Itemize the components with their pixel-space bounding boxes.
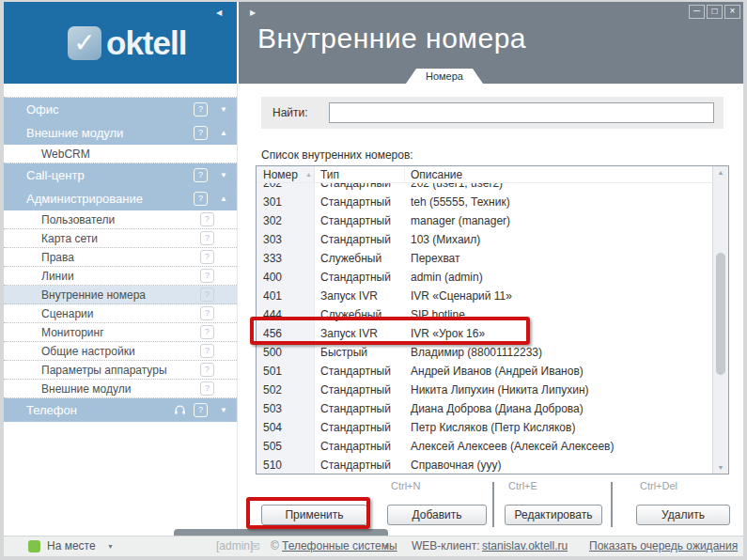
maximize-button[interactable]: □ (707, 5, 723, 19)
sidebar-item-label: Права (41, 251, 200, 264)
help-icon[interactable]: ? (200, 250, 214, 264)
help-icon[interactable]: ? (200, 288, 214, 302)
table-row[interactable]: 444 Служебный SIP hotline (257, 305, 712, 324)
oktell-logo: ✓ oktell (68, 26, 186, 60)
cell-type: Стандартный (315, 456, 405, 474)
help-icon[interactable]: ? (200, 306, 214, 320)
add-button[interactable]: Добавить (387, 505, 487, 525)
help-icon[interactable]: ? (200, 269, 214, 283)
help-icon[interactable]: ? (200, 381, 214, 396)
help-icon[interactable]: ? (200, 325, 214, 339)
table-row[interactable]: 510 Стандартный Справочная (ууу) (257, 456, 712, 474)
sidebar-item-label: Параметры аппаратуры (41, 364, 200, 377)
cell-type: Стандартный (315, 211, 405, 230)
table-row[interactable]: 333 Служебный Перехват (257, 249, 712, 268)
chevron-down-icon[interactable]: ▼ (107, 537, 114, 556)
cell-type: Стандартный (315, 268, 405, 287)
apply-button[interactable]: Применить (261, 505, 367, 525)
table-row[interactable]: 504 Стандартный Петр Кисляков (Петр Кисл… (257, 418, 712, 437)
sidebar: Офис ? ▼ Внешние модули ? ▲ WebCRM Call-… (4, 84, 237, 422)
oktell-logo-text: oktell (106, 26, 186, 60)
cell-description: 103 (Михаил) (405, 230, 712, 249)
help-icon[interactable]: ? (194, 403, 208, 417)
help-icon[interactable]: ? (200, 231, 214, 245)
help-icon[interactable]: ? (194, 192, 208, 206)
table-row[interactable]: 301 Стандартный teh (55555, Техник) (257, 193, 712, 211)
scrollbar-thumb[interactable] (716, 253, 725, 375)
window-controls: ─ □ × (689, 5, 740, 19)
collapse-panel-icon[interactable]: ◀ (216, 8, 222, 17)
tab-numbers[interactable]: Номера (406, 69, 483, 84)
cell-description: IVR «Урок 16» (405, 324, 712, 343)
search-input[interactable] (329, 102, 714, 123)
cell-number: 333 (257, 249, 315, 268)
chevron-down-icon: ▼ (216, 406, 227, 414)
window-frame (0, 0, 4, 560)
cell-number: 202 (257, 183, 315, 193)
help-icon[interactable]: ? (194, 168, 208, 182)
help-icon[interactable]: ? (200, 363, 214, 377)
sidebar-item-webcrm[interactable]: WebCRM (4, 145, 237, 163)
sidebar-item-administration[interactable]: Администрирование ? ▲ (4, 187, 237, 210)
table-row[interactable]: 202 Стандартный 202 (user1, user2) (257, 183, 712, 193)
help-icon[interactable]: ? (200, 212, 214, 226)
add-shortcut-label: Ctrl+N (391, 480, 420, 491)
presence-selector[interactable]: На месте (47, 537, 96, 556)
sidebar-item-hardware-params[interactable]: Параметры аппаратуры ? (4, 361, 237, 380)
sidebar-item-call-center[interactable]: Call-центр ? ▼ (4, 163, 237, 187)
column-header-number[interactable]: Номер ▲ (257, 166, 315, 182)
sidebar-item-general-settings[interactable]: Общие настройки ? (4, 342, 237, 361)
sidebar-item-network-map[interactable]: Карта сети ? (4, 229, 237, 248)
expand-panel-icon[interactable]: ▶ (250, 8, 256, 17)
table-header: Номер ▲ Тип Описание (257, 166, 712, 183)
table-row-highlighted[interactable]: 456 Запуск IVR IVR «Урок 16» (257, 324, 712, 343)
help-icon[interactable]: ? (200, 344, 214, 358)
column-header-type[interactable]: Тип (315, 166, 405, 182)
sidebar-item-external-modules-sub[interactable]: Внешние модули ? (4, 380, 237, 398)
cell-number: 303 (257, 230, 315, 249)
sidebar-item-office[interactable]: Офис ? ▼ (4, 98, 237, 121)
table-row[interactable]: 502 Стандартный Никита Липухин (Никита Л… (257, 381, 712, 399)
web-client-host-link[interactable]: stanislav.oktell.ru (482, 537, 568, 556)
minimize-button[interactable]: ─ (689, 5, 705, 19)
help-icon[interactable]: ? (194, 126, 208, 140)
table-row[interactable]: 400 Стандартный admin (admin) (257, 268, 712, 287)
table-row[interactable]: 501 Стандартный Андрей Иванов (Андрей Ив… (257, 362, 712, 381)
sidebar-item-rights[interactable]: Права ? (4, 248, 237, 267)
scroll-up-icon[interactable]: ▲ (713, 169, 728, 176)
sidebar-item-external-modules[interactable]: Внешние модули ? ▲ (4, 121, 237, 145)
column-header-description[interactable]: Описание (405, 166, 712, 182)
sidebar-item-scenarios[interactable]: Сценарии ? (4, 304, 237, 323)
sidebar-item-internal-numbers[interactable]: Внутренние номера ? (4, 286, 237, 304)
cell-description: teh (55555, Техник) (405, 193, 712, 211)
sidebar-item-lines[interactable]: Линии ? (4, 267, 237, 286)
cell-description: Никита Липухин (Никита Липухин) (405, 381, 712, 399)
vertical-scrollbar[interactable]: ▲ ▼ (712, 166, 728, 474)
envelope-icon[interactable]: ✉ (250, 537, 260, 556)
window-frame (0, 556, 747, 560)
sidebar-item-label: Пользователи (41, 213, 200, 226)
chevron-down-icon: ▼ (216, 171, 227, 179)
edit-button[interactable]: Редактировать (505, 505, 602, 525)
table-row[interactable]: 401 Запуск IVR IVR «Сценарий 11» (257, 287, 712, 305)
table-row[interactable]: 505 Стандартный Алексей Алексеев (Алексе… (257, 437, 712, 456)
cell-type: Запуск IVR (315, 287, 405, 305)
sidebar-item-label: WebCRM (41, 148, 214, 161)
scroll-down-icon[interactable]: ▼ (713, 464, 728, 471)
table-row[interactable]: 500 Быстрый Владимир (88001112233) (257, 343, 712, 362)
sidebar-item-monitoring[interactable]: Мониторинг ? (4, 323, 237, 342)
table-row[interactable]: 503 Стандартный Диана Доброва (Диана Доб… (257, 399, 712, 418)
show-waiting-queue-link[interactable]: Показать очередь ожидания (589, 537, 738, 556)
vendor-link[interactable]: Телефонные системы (282, 537, 397, 556)
close-button[interactable]: × (724, 5, 740, 19)
table-row[interactable]: 302 Стандартный manager (manager) (257, 211, 712, 230)
chevron-down-icon[interactable]: ▼ (383, 537, 390, 556)
cell-type: Стандартный (315, 437, 405, 456)
sidebar-item-phone[interactable]: Телефон ? ▼ (4, 398, 237, 422)
status-bar: На месте ▼ [admin] ✉ © Телефонные систем… (4, 536, 743, 557)
help-icon[interactable]: ? (194, 102, 208, 117)
table-row[interactable]: 303 Стандартный 103 (Михаил) (257, 230, 712, 249)
sidebar-item-users[interactable]: Пользователи ? (4, 210, 237, 229)
presence-status-icon[interactable] (28, 540, 40, 552)
delete-button[interactable]: Удалить (636, 505, 730, 525)
